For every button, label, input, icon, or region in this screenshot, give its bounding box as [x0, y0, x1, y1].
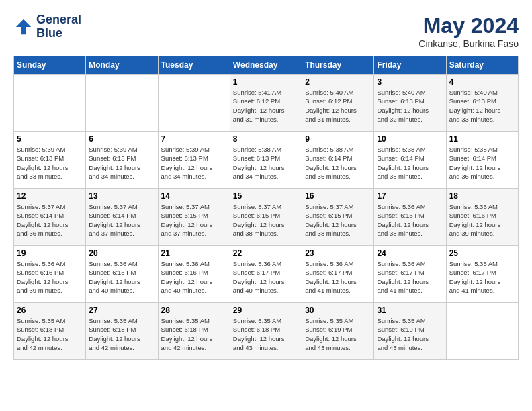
logo-icon [13, 17, 34, 37]
location: Cinkanse, Burkina Faso [418, 38, 519, 49]
calendar-cell: 6Sunrise: 5:39 AMSunset: 6:13 PMDaylight… [86, 132, 158, 189]
weekday-header: Wednesday [230, 56, 302, 75]
calendar-cell: 15Sunrise: 5:37 AMSunset: 6:15 PMDayligh… [230, 189, 302, 246]
day-info: Sunrise: 5:36 AMSunset: 6:16 PMDaylight:… [161, 259, 227, 295]
logo-text: General Blue [36, 13, 81, 40]
day-number: 16 [305, 191, 371, 201]
day-info: Sunrise: 5:37 AMSunset: 6:15 PMDaylight:… [161, 202, 227, 238]
calendar-cell: 25Sunrise: 5:35 AMSunset: 6:17 PMDayligh… [446, 246, 518, 303]
day-info: Sunrise: 5:38 AMSunset: 6:14 PMDaylight:… [449, 145, 515, 181]
calendar-week-row: 26Sunrise: 5:35 AMSunset: 6:18 PMDayligh… [14, 303, 519, 360]
calendar-cell: 1Sunrise: 5:41 AMSunset: 6:12 PMDaylight… [230, 75, 302, 132]
page-header: General Blue May 2024 Cinkanse, Burkina … [13, 13, 519, 49]
weekday-header-row: SundayMondayTuesdayWednesdayThursdayFrid… [14, 56, 519, 75]
calendar-cell [446, 303, 518, 360]
calendar-cell: 21Sunrise: 5:36 AMSunset: 6:16 PMDayligh… [158, 246, 230, 303]
calendar-cell: 16Sunrise: 5:37 AMSunset: 6:15 PMDayligh… [302, 189, 374, 246]
day-info: Sunrise: 5:39 AMSunset: 6:13 PMDaylight:… [17, 145, 83, 181]
day-info: Sunrise: 5:40 AMSunset: 6:12 PMDaylight:… [305, 88, 371, 124]
day-info: Sunrise: 5:36 AMSunset: 6:17 PMDaylight:… [233, 259, 299, 295]
day-number: 4 [449, 77, 515, 87]
day-number: 28 [161, 306, 227, 315]
day-info: Sunrise: 5:39 AMSunset: 6:13 PMDaylight:… [89, 145, 154, 181]
day-number: 11 [449, 134, 515, 144]
calendar-cell: 7Sunrise: 5:39 AMSunset: 6:13 PMDaylight… [158, 132, 230, 189]
calendar-cell: 12Sunrise: 5:37 AMSunset: 6:14 PMDayligh… [14, 189, 86, 246]
day-info: Sunrise: 5:35 AMSunset: 6:18 PMDaylight:… [233, 316, 299, 352]
day-info: Sunrise: 5:35 AMSunset: 6:19 PMDaylight:… [377, 316, 443, 352]
logo: General Blue [13, 13, 81, 40]
calendar-cell [86, 75, 158, 132]
day-number: 15 [233, 191, 299, 201]
day-number: 19 [17, 248, 83, 258]
calendar-cell: 29Sunrise: 5:35 AMSunset: 6:18 PMDayligh… [230, 303, 302, 360]
day-number: 17 [377, 191, 443, 201]
calendar-cell: 28Sunrise: 5:35 AMSunset: 6:18 PMDayligh… [158, 303, 230, 360]
day-info: Sunrise: 5:39 AMSunset: 6:13 PMDaylight:… [161, 145, 227, 181]
calendar-cell: 30Sunrise: 5:35 AMSunset: 6:19 PMDayligh… [302, 303, 374, 360]
calendar-table: SundayMondayTuesdayWednesdayThursdayFrid… [13, 56, 519, 360]
day-info: Sunrise: 5:38 AMSunset: 6:14 PMDaylight:… [377, 145, 443, 181]
day-info: Sunrise: 5:36 AMSunset: 6:16 PMDaylight:… [17, 259, 83, 295]
day-number: 5 [17, 134, 83, 144]
calendar-cell: 10Sunrise: 5:38 AMSunset: 6:14 PMDayligh… [374, 132, 446, 189]
calendar-week-row: 19Sunrise: 5:36 AMSunset: 6:16 PMDayligh… [14, 246, 519, 303]
day-number: 10 [377, 134, 443, 144]
calendar-cell: 22Sunrise: 5:36 AMSunset: 6:17 PMDayligh… [230, 246, 302, 303]
day-info: Sunrise: 5:35 AMSunset: 6:19 PMDaylight:… [305, 316, 371, 352]
day-number: 20 [89, 248, 154, 258]
day-number: 27 [89, 306, 154, 315]
title-block: May 2024 Cinkanse, Burkina Faso [418, 13, 519, 49]
day-info: Sunrise: 5:36 AMSunset: 6:17 PMDaylight:… [377, 259, 443, 295]
day-number: 14 [161, 191, 227, 201]
day-number: 25 [449, 248, 515, 258]
day-info: Sunrise: 5:41 AMSunset: 6:12 PMDaylight:… [233, 88, 299, 124]
calendar-cell [158, 75, 230, 132]
day-number: 18 [449, 191, 515, 201]
day-number: 31 [377, 306, 443, 315]
day-number: 21 [161, 248, 227, 258]
day-number: 30 [305, 306, 371, 315]
calendar-cell: 5Sunrise: 5:39 AMSunset: 6:13 PMDaylight… [14, 132, 86, 189]
calendar-cell: 18Sunrise: 5:36 AMSunset: 6:16 PMDayligh… [446, 189, 518, 246]
day-number: 2 [305, 77, 371, 87]
day-number: 13 [89, 191, 154, 201]
weekday-header: Friday [374, 56, 446, 75]
calendar-cell: 14Sunrise: 5:37 AMSunset: 6:15 PMDayligh… [158, 189, 230, 246]
day-info: Sunrise: 5:37 AMSunset: 6:14 PMDaylight:… [17, 202, 83, 238]
day-number: 8 [233, 134, 299, 144]
day-info: Sunrise: 5:35 AMSunset: 6:18 PMDaylight:… [17, 316, 83, 352]
weekday-header: Saturday [446, 56, 518, 75]
day-info: Sunrise: 5:35 AMSunset: 6:18 PMDaylight:… [161, 316, 227, 352]
day-info: Sunrise: 5:40 AMSunset: 6:13 PMDaylight:… [449, 88, 515, 124]
calendar-cell: 31Sunrise: 5:35 AMSunset: 6:19 PMDayligh… [374, 303, 446, 360]
day-info: Sunrise: 5:36 AMSunset: 6:17 PMDaylight:… [305, 259, 371, 295]
calendar-cell: 4Sunrise: 5:40 AMSunset: 6:13 PMDaylight… [446, 75, 518, 132]
weekday-header: Monday [86, 56, 158, 75]
weekday-header: Thursday [302, 56, 374, 75]
day-info: Sunrise: 5:35 AMSunset: 6:17 PMDaylight:… [449, 259, 515, 295]
day-number: 23 [305, 248, 371, 258]
day-info: Sunrise: 5:37 AMSunset: 6:15 PMDaylight:… [305, 202, 371, 238]
day-info: Sunrise: 5:38 AMSunset: 6:14 PMDaylight:… [305, 145, 371, 181]
calendar-cell: 19Sunrise: 5:36 AMSunset: 6:16 PMDayligh… [14, 246, 86, 303]
month-title: May 2024 [418, 13, 519, 38]
day-info: Sunrise: 5:35 AMSunset: 6:18 PMDaylight:… [89, 316, 154, 352]
calendar-cell [14, 75, 86, 132]
day-number: 29 [233, 306, 299, 315]
weekday-header: Tuesday [158, 56, 230, 75]
day-number: 26 [17, 306, 83, 315]
svg-marker-0 [16, 19, 32, 35]
calendar-cell: 8Sunrise: 5:38 AMSunset: 6:13 PMDaylight… [230, 132, 302, 189]
calendar-cell: 26Sunrise: 5:35 AMSunset: 6:18 PMDayligh… [14, 303, 86, 360]
day-number: 6 [89, 134, 154, 144]
calendar-week-row: 5Sunrise: 5:39 AMSunset: 6:13 PMDaylight… [14, 132, 519, 189]
day-info: Sunrise: 5:36 AMSunset: 6:15 PMDaylight:… [377, 202, 443, 238]
day-info: Sunrise: 5:38 AMSunset: 6:13 PMDaylight:… [233, 145, 299, 181]
day-number: 3 [377, 77, 443, 87]
day-number: 22 [233, 248, 299, 258]
calendar-cell: 20Sunrise: 5:36 AMSunset: 6:16 PMDayligh… [86, 246, 158, 303]
calendar-cell: 13Sunrise: 5:37 AMSunset: 6:14 PMDayligh… [86, 189, 158, 246]
calendar-week-row: 12Sunrise: 5:37 AMSunset: 6:14 PMDayligh… [14, 189, 519, 246]
day-info: Sunrise: 5:40 AMSunset: 6:13 PMDaylight:… [377, 88, 443, 124]
